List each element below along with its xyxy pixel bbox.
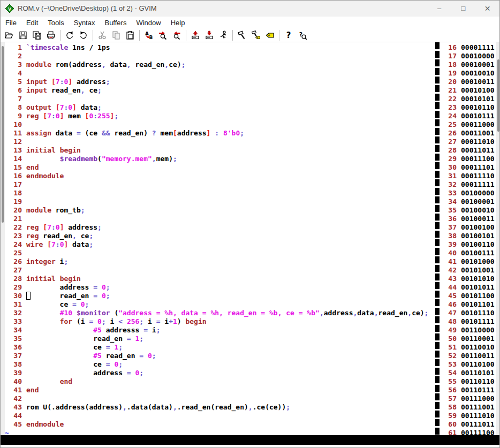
mem-binary-value: 00101111 bbox=[461, 317, 495, 325]
line-number: 29 bbox=[440, 155, 457, 163]
save-all-button[interactable] bbox=[30, 29, 44, 42]
undo-button[interactable] bbox=[63, 29, 77, 42]
code-line: 32 #10 $monitor ("address = %h, data = %… bbox=[5, 309, 435, 317]
left-scrollbar-thumb[interactable] bbox=[2, 46, 4, 223]
line-number: 17 bbox=[5, 180, 22, 189]
close-button[interactable]: ✕ bbox=[475, 1, 499, 17]
mem-binary-value: 00011100 bbox=[461, 155, 495, 163]
mem-binary-value: 00100100 bbox=[461, 223, 495, 231]
mem-binary-value: 00101000 bbox=[461, 257, 495, 265]
mem-binary-value: 00101100 bbox=[461, 292, 495, 300]
code-line: 18 bbox=[5, 189, 435, 198]
print-button[interactable] bbox=[44, 29, 58, 42]
save-button[interactable] bbox=[16, 29, 30, 42]
menu-edit[interactable]: Edit bbox=[21, 17, 43, 29]
mem-line: 1600001111 bbox=[440, 43, 496, 52]
line-number: 40 bbox=[440, 249, 457, 257]
code-line: 45endmodule bbox=[5, 420, 435, 429]
line-number: 41 bbox=[440, 257, 457, 266]
code-line: 3module rom(address, data, read_en,ce); bbox=[5, 60, 435, 69]
right-scrollbar-thumb[interactable] bbox=[497, 59, 499, 132]
make-button[interactable] bbox=[235, 29, 249, 42]
mem-line: 3400100001 bbox=[440, 198, 496, 206]
toolbar-separator bbox=[279, 30, 279, 41]
code-pane-rom-v[interactable]: 1`timescale 1ns / 1ps23module rom(addres… bbox=[5, 43, 435, 435]
mem-binary-value: 00011110 bbox=[461, 172, 495, 180]
code-line: 26integer i; bbox=[5, 257, 435, 266]
menu-buffers[interactable]: Buffers bbox=[100, 17, 131, 29]
menu-tools[interactable]: Tools bbox=[43, 17, 69, 29]
tag-jump-button[interactable] bbox=[263, 29, 277, 42]
find-replace-button[interactable]: AB bbox=[142, 29, 156, 42]
help-button[interactable]: ? bbox=[282, 29, 296, 42]
code-line: 40 end bbox=[5, 377, 435, 386]
line-number: 20 bbox=[440, 78, 457, 86]
paste-button[interactable] bbox=[123, 29, 137, 42]
code-line: 11assign data = (ce && read_en) ? mem[ad… bbox=[5, 129, 435, 138]
line-number: 25 bbox=[440, 120, 457, 129]
left-scrollbar[interactable] bbox=[1, 42, 5, 435]
menu-syntax[interactable]: Syntax bbox=[69, 17, 100, 29]
mem-binary-value: 00011000 bbox=[461, 120, 495, 128]
code-line: 2 bbox=[5, 52, 435, 60]
line-number: 56 bbox=[440, 386, 457, 394]
minimize-button[interactable]: – bbox=[427, 1, 451, 17]
line-number: 2 bbox=[5, 52, 22, 60]
build-tags-button[interactable] bbox=[249, 29, 263, 42]
menu-window[interactable]: Window bbox=[131, 17, 165, 29]
mem-binary-value: 00110110 bbox=[461, 377, 495, 385]
mem-line: 4400101011 bbox=[440, 283, 496, 292]
code-line: 9reg [7:0] mem [0:255]; bbox=[5, 112, 435, 120]
mem-binary-value: 00010111 bbox=[461, 112, 495, 120]
code-line: 38 ce = 0; bbox=[5, 360, 435, 369]
right-scrollbar[interactable] bbox=[496, 42, 500, 435]
code-pane-memory-mem[interactable]: 1600001111170001000018000100011900010010… bbox=[440, 43, 496, 435]
mem-line: 3300100000 bbox=[440, 189, 496, 198]
toolbar-separator bbox=[186, 30, 186, 41]
line-number: 11 bbox=[5, 129, 22, 138]
menu-file[interactable]: File bbox=[1, 17, 21, 29]
mem-line: 3500100010 bbox=[440, 206, 496, 215]
line-number: 47 bbox=[440, 309, 457, 317]
code-line: 34 #5 addresss = i; bbox=[5, 326, 435, 335]
mem-line: 2500011000 bbox=[440, 120, 496, 129]
line-number: 35 bbox=[5, 335, 22, 343]
line-number: 29 bbox=[5, 283, 22, 292]
line-number: 59 bbox=[440, 412, 457, 420]
line-number: 22 bbox=[5, 223, 22, 232]
code-line: 24wire [7:0] data; bbox=[5, 240, 435, 249]
line-number: 45 bbox=[5, 420, 22, 429]
command-line: -- INSERT -- bbox=[1, 445, 500, 448]
mem-binary-value: 00010100 bbox=[461, 86, 495, 94]
code-line: 37 #5 read_en = 0; bbox=[5, 352, 435, 360]
redo-button[interactable] bbox=[77, 29, 90, 42]
mem-line: 5700111000 bbox=[440, 394, 496, 403]
load-session-button[interactable] bbox=[188, 29, 202, 42]
find-help-button[interactable]: ? bbox=[296, 29, 309, 42]
build-tags-icon bbox=[251, 31, 261, 40]
line-number: 32 bbox=[440, 180, 457, 189]
find-next-button[interactable] bbox=[156, 29, 170, 42]
find-prev-button[interactable] bbox=[170, 29, 184, 42]
mem-line: 5100110010 bbox=[440, 343, 496, 352]
maximize-button[interactable]: □ bbox=[451, 1, 475, 17]
line-number: 3 bbox=[5, 60, 22, 69]
open-button[interactable] bbox=[2, 29, 16, 42]
code-line: 29 address = 0; bbox=[5, 283, 435, 292]
mem-binary-value: 00111100 bbox=[461, 429, 495, 435]
mem-line: 3700100100 bbox=[440, 223, 496, 232]
line-number: 57 bbox=[440, 394, 457, 403]
code-line: 14 $readmemb("memory.mem",mem); bbox=[5, 155, 435, 163]
line-number: 24 bbox=[440, 112, 457, 120]
run-script-button[interactable] bbox=[216, 29, 230, 42]
code-line: 5input [7:0] address; bbox=[5, 78, 435, 86]
save-session-button[interactable] bbox=[202, 29, 216, 42]
code-line: 16endmodule bbox=[5, 172, 435, 180]
vertical-split-separator[interactable] bbox=[435, 42, 440, 435]
menu-help[interactable]: Help bbox=[166, 17, 190, 29]
line-number: 35 bbox=[440, 206, 457, 215]
mem-line: 3000011101 bbox=[440, 163, 496, 172]
code-line: 17 bbox=[5, 180, 435, 189]
line-number: 45 bbox=[440, 292, 457, 300]
tag-jump-icon bbox=[265, 31, 275, 40]
